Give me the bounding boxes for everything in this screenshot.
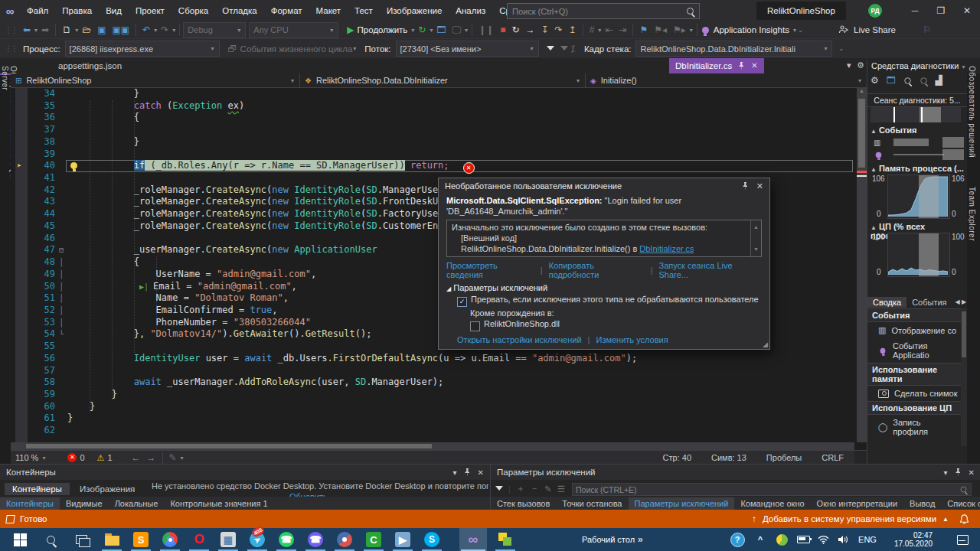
fold-marker[interactable]: │ [57,269,66,281]
diagnostics-scrollbar[interactable] [961,308,967,446]
navigate-back-button[interactable]: ⬅ [21,22,33,37]
edit-icon[interactable]: ✎ [544,484,552,494]
dll-checkbox[interactable]: ✓ [470,321,480,331]
user-avatar[interactable]: РД [868,4,882,18]
code-line[interactable]: 56 IdentityUser user = await _db.Users.F… [11,353,867,365]
close-panel-icon[interactable]: ✕ [478,468,484,477]
taskbar-app-file-explorer[interactable] [98,528,126,551]
taskbar-search-button[interactable] [37,528,64,551]
bottom-tab-Окно интерпретации[interactable]: Окно интерпретации [811,497,903,510]
step-out-button[interactable]: ↥ [567,22,579,37]
taskbar-app-photos-app[interactable]: ▦ [214,528,242,551]
stack-frame-combo[interactable]: ReliktOnlineShop.Data.DbInitializer.Init… [635,41,832,57]
diag-tab-scroll-arrows[interactable]: ◀ ▶ [956,298,967,305]
indent-decrease-button[interactable]: ⇤ [603,22,615,37]
live-share-button[interactable]: Live Share [838,25,896,34]
eol-indicator[interactable]: CRLF [822,453,844,462]
zoom-out-icon[interactable] [920,77,926,83]
tab-options-gear-icon[interactable]: ⚙ [857,60,864,70]
zoom-in-icon[interactable] [904,77,910,83]
redo-button[interactable]: ↷ [158,22,171,37]
bookmark-button[interactable]: ⚑ [637,22,650,37]
taskbar-app-opera[interactable]: O [185,528,213,551]
close-popup-icon[interactable]: ✕ [756,181,763,191]
tab-appsettings[interactable]: appsettings.json [51,58,129,73]
bookmark-dropdown[interactable]: ▾ [690,27,693,34]
desktop-toolbar[interactable]: Рабочий стол » [582,528,643,551]
fold-marker[interactable]: │ [57,256,66,269]
diagnostics-title[interactable]: Средства диагностики ▾ [871,61,965,70]
bottom-tab-Контейнеры[interactable]: Контейнеры [0,497,60,510]
spaces-indicator[interactable]: Пробелы [766,453,802,462]
restart-app-button[interactable]: ↻ [416,22,428,37]
diag-tab-События[interactable]: События [906,297,952,308]
taskbar-app-docs-app[interactable] [492,528,519,551]
code-line[interactable]: 57 [11,365,867,377]
source-control-dropdown[interactable]: ▲ [942,516,949,523]
code-line[interactable]: 35 catch (Exception ex) [11,100,867,112]
summary-item[interactable]: События Applicatio [867,338,961,363]
close-button[interactable]: ✕ [954,0,980,21]
code-line[interactable]: 38 } [11,136,867,148]
expander-icon[interactable]: ◢ [446,285,451,292]
bottom-tab-Командное окно[interactable]: Командное окно [734,497,810,510]
application-insights-dropdown[interactable]: ▾ [793,27,796,34]
code-line[interactable]: 61} [11,412,867,425]
tray-show-hidden-icon[interactable]: ^ [750,528,770,551]
next-bookmark-button[interactable]: ⚑▸ [671,22,688,37]
tray-help-icon[interactable]: ? [726,528,749,551]
add-to-source-control-button[interactable]: Добавить в систему управления версиями [763,514,936,523]
menu-item-Макет[interactable]: Макет [309,0,348,21]
new-file-dropdown[interactable]: ▾ [75,27,78,34]
error-count[interactable]: ✕0 [67,453,84,462]
fold-marker[interactable]: └ [57,328,66,341]
close-panel-icon[interactable]: ✕ [969,468,975,477]
horizontal-scrollbar[interactable] [11,442,854,450]
desktop-overflow-chevron[interactable]: » [638,534,643,545]
code-line[interactable]: 39 [11,148,867,161]
bottom-tab-Параметры исключений[interactable]: Параметры исключений [629,497,735,510]
panel-dropdown-icon[interactable]: ▾ [944,468,948,477]
lifecycle-dropdown[interactable]: ▾ [353,45,356,52]
continue-dropdown[interactable]: ▾ [411,27,414,34]
bottom-tab-Вывод[interactable]: Вывод [903,497,941,510]
code-line[interactable]: 62 [11,425,867,437]
feedback-button[interactable]: ⚐ [920,22,933,37]
exception-settings-header[interactable]: Параметры исключений [453,283,547,292]
menu-item-Изображение[interactable]: Изображение [380,0,449,21]
browser-link-button[interactable]: 🗔 [434,22,448,37]
save-all-button[interactable]: ▣▣ [110,22,132,37]
taskbar-app-camtasia[interactable]: C [360,528,387,551]
chart-icon[interactable]: ▟ [936,75,942,86]
pin-icon[interactable] [464,468,471,476]
scrollbar-thumb[interactable] [858,99,865,168]
tray-wifi-icon[interactable] [813,528,833,551]
code-line[interactable]: 36 { [11,112,867,124]
taskbar-app-skype[interactable]: S [418,528,446,551]
menu-item-Отладка[interactable]: Отладка [215,0,263,21]
restore-button[interactable]: ❐ [928,0,954,21]
taskbar-app-telegram[interactable]: ➤405 [243,528,271,551]
taskbar-app-movie-app[interactable]: ▶ [389,528,416,551]
taskbar-app-sublime-text[interactable]: S [127,528,155,551]
warning-count[interactable]: ⚠1 [97,453,113,463]
popup-link[interactable]: Открыть настройки исключений [457,335,582,344]
tray-clock[interactable]: 02:4717.05.2020 [887,528,940,551]
menu-item-Анализ[interactable]: Анализ [449,0,492,21]
next-issue-button[interactable]: → [145,450,158,465]
bottom-tab-Контрольные значения 1[interactable]: Контрольные значения 1 [164,497,273,510]
annotate-pen-icon[interactable]: ✎ [167,450,179,465]
step-into-button[interactable]: ↧ [538,22,550,37]
taskbar-app-paint-net[interactable] [331,528,358,551]
popup-link[interactable]: Запуск сеанса Live Share... [659,261,762,279]
browser-select-button[interactable]: 🖵 [449,22,463,37]
list-icon[interactable]: ☰ [557,484,565,494]
prev-bookmark-button[interactable]: ⚑◂ [652,22,669,37]
application-insights-button[interactable]: Application Insights [711,22,792,37]
popup-link[interactable]: Копировать подробности [549,261,645,279]
start-button[interactable] [6,528,34,551]
fold-marker[interactable]: │ [57,305,66,317]
settings-gear-icon[interactable]: ⚙ [871,75,879,86]
break-checkbox[interactable]: ✓ [457,297,467,307]
vertical-scrollbar[interactable]: ▲ [857,88,867,442]
